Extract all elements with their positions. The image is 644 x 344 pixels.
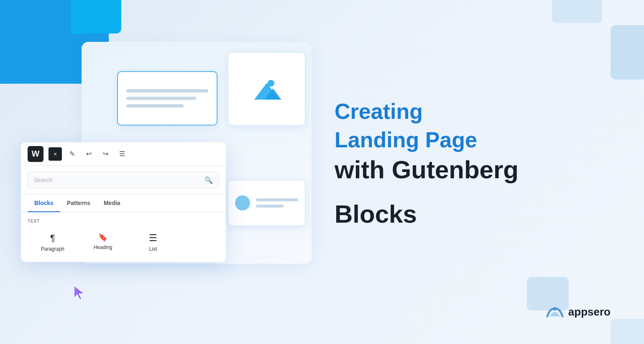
title-blue: Creating Landing Page <box>335 99 611 156</box>
paragraph-label: Paragraph <box>41 246 64 252</box>
text-line-2 <box>126 97 196 100</box>
wp-toolbar: W × ✎ ↩ ↪ ☰ <box>21 142 226 166</box>
search-area: Search 🔍 <box>21 166 226 195</box>
appsero-logo: appsero <box>546 305 611 319</box>
tab-media[interactable]: Media <box>97 195 127 212</box>
menu-button[interactable]: ☰ <box>115 147 129 161</box>
title-line-gutenberg: with Gutenberg <box>335 156 611 184</box>
svg-marker-3 <box>74 285 84 300</box>
avatar-line-2 <box>256 205 284 208</box>
edit-button[interactable]: ✎ <box>65 147 79 161</box>
list-label: List <box>149 246 157 252</box>
block-item-paragraph[interactable]: ¶ Paragraph <box>28 229 78 255</box>
avatar-lines <box>256 198 298 208</box>
wp-block-panel: W × ✎ ↩ ↪ ☰ Search 🔍 <box>21 142 226 262</box>
undo-button[interactable]: ↩ <box>82 147 95 161</box>
tabs-bar: Blocks Patterns Media <box>21 195 226 212</box>
appsero-icon <box>546 305 564 319</box>
tab-patterns[interactable]: Patterns <box>60 195 97 212</box>
avatar-circle <box>235 195 250 211</box>
edit-icon: ✎ <box>69 150 75 158</box>
left-section: W × ✎ ↩ ↪ ☰ Search 🔍 <box>0 0 318 344</box>
block-item-list[interactable]: ☰ List <box>128 229 178 255</box>
redo-button[interactable]: ↪ <box>99 147 112 161</box>
search-icon: 🔍 <box>204 176 213 184</box>
right-section: Creating Landing Page with Gutenberg Blo… <box>318 0 644 344</box>
redo-icon: ↪ <box>103 150 108 158</box>
title-line-blocks: Blocks <box>335 200 611 228</box>
image-placeholder <box>252 77 281 102</box>
text-block-card <box>117 71 217 126</box>
cursor-arrow <box>73 285 87 302</box>
paragraph-icon: ¶ <box>50 233 55 244</box>
heading-icon: 🔖 <box>98 233 107 242</box>
blocks-content: TEXT ¶ Paragraph 🔖 Heading ☰ List <box>21 212 226 262</box>
category-label: TEXT <box>28 219 219 223</box>
text-line-1 <box>126 89 208 92</box>
block-item-heading[interactable]: 🔖 Heading <box>78 229 128 255</box>
mountain-icon <box>252 77 281 102</box>
undo-icon: ↩ <box>86 150 92 158</box>
heading-label: Heading <box>94 244 112 250</box>
tab-blocks[interactable]: Blocks <box>28 195 60 212</box>
image-block-card <box>228 52 305 126</box>
text-line-3 <box>126 104 184 108</box>
title-line-creating: Creating <box>335 99 611 124</box>
search-placeholder: Search <box>34 177 52 183</box>
search-input[interactable]: Search 🔍 <box>28 172 219 188</box>
avatar-line-1 <box>256 198 298 201</box>
title-line-landing: Landing Page <box>335 128 611 153</box>
wp-logo-text: W <box>32 149 40 159</box>
appsero-brand-text: appsero <box>568 305 611 318</box>
close-button[interactable]: × <box>49 147 62 161</box>
list-icon: ☰ <box>149 233 157 244</box>
svg-point-4 <box>553 307 557 311</box>
avatar-block-card <box>228 180 305 226</box>
wp-logo: W <box>28 146 43 162</box>
title-dark: with Gutenberg Blocks <box>335 156 611 245</box>
menu-icon: ☰ <box>119 150 125 158</box>
blocks-grid: ¶ Paragraph 🔖 Heading ☰ List <box>28 229 219 255</box>
